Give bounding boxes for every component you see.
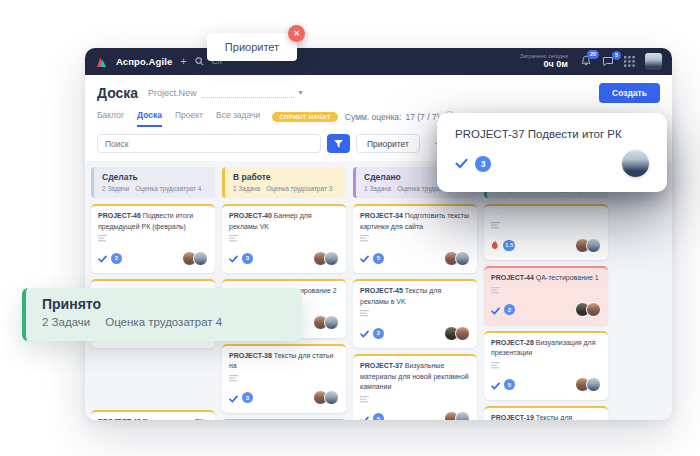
- column-header: В работе1 ЗадачаОценка трудозатрат 3: [222, 167, 346, 198]
- summary-label: Сумм. оценка:: [345, 112, 402, 122]
- create-quick-icon[interactable]: +: [180, 56, 186, 67]
- aspro-logo-icon: [95, 55, 108, 68]
- create-button[interactable]: Создать: [599, 83, 660, 103]
- apps-grid-icon: [624, 56, 635, 67]
- user-avatar[interactable]: [645, 53, 662, 70]
- task-title: PROJECT-40 Баннер для рекламы VK: [229, 211, 339, 232]
- estimate-badge: 5: [373, 413, 384, 420]
- estimate-badge: 1.5: [503, 240, 515, 251]
- estimate-badge: 2: [373, 328, 384, 339]
- task-title: PROJECT-28 Визуализация для презентации: [491, 338, 601, 359]
- check-icon: [491, 376, 500, 394]
- priority-tooltip-label: Приоритет: [225, 41, 279, 53]
- task-title: PROJECT-48 Подвести итоги РК: [98, 417, 208, 420]
- task-card[interactable]: PROJECT-45 Тексты для рекламы в VK2: [353, 279, 477, 348]
- funnel-icon: [334, 140, 343, 148]
- column-header: Сделать2 ЗадачиОценка трудозатрат 4: [91, 167, 215, 198]
- column-estimate: Оценка трудозатрат 4: [135, 185, 201, 192]
- task-card[interactable]: PROJECT-46 Подвести итоги предыдущей РК …: [91, 204, 215, 273]
- column-title: Сделать: [102, 172, 207, 182]
- time-spent: Затрачено сегодня 0ч 0м: [520, 53, 568, 70]
- task-title: PROJECT-46 Подвести итоги предыдущей РК …: [98, 211, 208, 232]
- estimate-badge: 3: [242, 253, 253, 264]
- assignee-avatar: [455, 411, 470, 420]
- task-card[interactable]: PROJECT-37 Визуальные материалы для ново…: [353, 354, 477, 420]
- close-icon[interactable]: ✕: [288, 25, 305, 42]
- summary-value: 17 (7 / 7): [405, 112, 439, 122]
- column-task-count: 1 Задача: [233, 185, 260, 192]
- task-title: PROJECT-45 Тексты для рекламы в VK: [360, 286, 470, 307]
- column-title: В работе: [233, 172, 338, 182]
- check-icon: [360, 249, 369, 267]
- tab-баклог[interactable]: Баклог: [97, 110, 124, 127]
- check-icon: [360, 410, 369, 421]
- assignee-avatar: [324, 251, 339, 266]
- accepted-task-count: 2 Задачи: [42, 316, 90, 328]
- notifications-button[interactable]: 20: [580, 55, 592, 67]
- assignee-avatar: [193, 251, 208, 266]
- column-estimate: Оценка трудозатрат 3: [266, 185, 332, 192]
- apps-grid-button[interactable]: [624, 56, 635, 67]
- estimate-badge: 2: [504, 304, 515, 315]
- view-tabs: БаклогДоскаПроектВсе задачи: [97, 110, 260, 127]
- task-card[interactable]: PROJECT-34 Подготовить тексты картинки д…: [353, 204, 477, 273]
- tab-все-задачи[interactable]: Все задачи: [216, 110, 260, 127]
- tab-проект[interactable]: Проект: [175, 110, 203, 127]
- time-spent-value: 0ч 0м: [520, 59, 568, 70]
- task-title: PROJECT-19 Тексты для рекламы VK: [491, 413, 601, 421]
- assignee-avatar: [586, 377, 601, 392]
- estimate-badge: 5: [504, 379, 515, 390]
- messages-badge: 5: [612, 51, 621, 60]
- assignee-avatar: [324, 315, 339, 330]
- project-selector[interactable]: Project.New ▾: [148, 88, 303, 98]
- accepted-column-callout: Принято 2 Задачи Оценка трудозатрат 4: [22, 288, 302, 341]
- task-card[interactable]: PROJECT-28 Визуализация для презентации5: [484, 331, 608, 400]
- column-принято: Принято2 ЗадачиОценка трудозатрат 41.5PR…: [484, 167, 608, 420]
- task-card[interactable]: теории3: [222, 419, 346, 421]
- check-icon: [455, 158, 468, 169]
- task-card-popup[interactable]: PROJECT-37 Подвести итог РК 3: [437, 113, 667, 192]
- task-title: [491, 211, 601, 219]
- chevron-down-icon: ▾: [299, 89, 303, 97]
- assignee-avatar: [586, 238, 601, 253]
- task-title: PROJECT-38 Тексты для статьи на: [229, 351, 339, 372]
- check-icon: [98, 249, 107, 267]
- check-icon: [491, 301, 500, 319]
- priority-tooltip: Приоритет ✕: [207, 33, 297, 61]
- task-card[interactable]: 1.5: [484, 204, 608, 260]
- sprint-status-badge: СПРИНТ НАЧАТ: [272, 112, 338, 122]
- column-task-count: 1 Задача: [364, 185, 391, 192]
- task-title: PROJECT-34 Подготовить тексты картинки д…: [360, 211, 470, 232]
- estimate-badge: 5: [373, 253, 384, 264]
- search-icon[interactable]: [195, 57, 204, 66]
- column-task-count: 2 Задачи: [102, 185, 129, 192]
- project-name: Project.New: [148, 88, 197, 98]
- task-card[interactable]: PROJECT-40 Баннер для рекламы VK3: [222, 204, 346, 273]
- brand-name: Аспро.Agile: [116, 56, 172, 67]
- project-name-underline: [202, 88, 294, 98]
- assignee-avatar: [586, 302, 601, 317]
- notifications-badge: 20: [587, 50, 599, 59]
- column-сделано: Сделано1 ЗадачаОценка трудозатратPROJECT…: [353, 167, 477, 420]
- check-icon: [229, 249, 238, 267]
- priority-filter-chip[interactable]: Приоритет: [356, 134, 420, 153]
- estimate-badge: 3: [242, 392, 253, 403]
- accepted-estimate: Оценка трудозатрат 4: [105, 316, 222, 328]
- accepted-title: Принято: [42, 296, 286, 312]
- assignee-avatar: [324, 390, 339, 405]
- filter-button[interactable]: [327, 134, 350, 153]
- tab-доска[interactable]: Доска: [137, 110, 162, 127]
- search-input[interactable]: [97, 134, 321, 153]
- page-title: Доска: [97, 85, 138, 101]
- task-title: PROJECT-37 Визуальные материалы для ново…: [360, 361, 470, 393]
- check-icon: [360, 324, 369, 342]
- task-card[interactable]: PROJECT-19 Тексты для рекламы VK5: [484, 406, 608, 421]
- task-card[interactable]: PROJECT-48 Подвести итоги РК2: [91, 410, 215, 420]
- estimate-badge: 2: [111, 253, 122, 264]
- assignee-avatar: [455, 251, 470, 266]
- task-card[interactable]: PROJECT-38 Тексты для статьи на3: [222, 344, 346, 413]
- messages-button[interactable]: 5: [602, 56, 614, 67]
- task-title: PROJECT-44 QA-тестирование 1: [491, 273, 601, 284]
- task-card[interactable]: PROJECT-44 QA-тестирование 12: [484, 266, 608, 325]
- time-spent-label: Затрачено сегодня: [520, 53, 568, 60]
